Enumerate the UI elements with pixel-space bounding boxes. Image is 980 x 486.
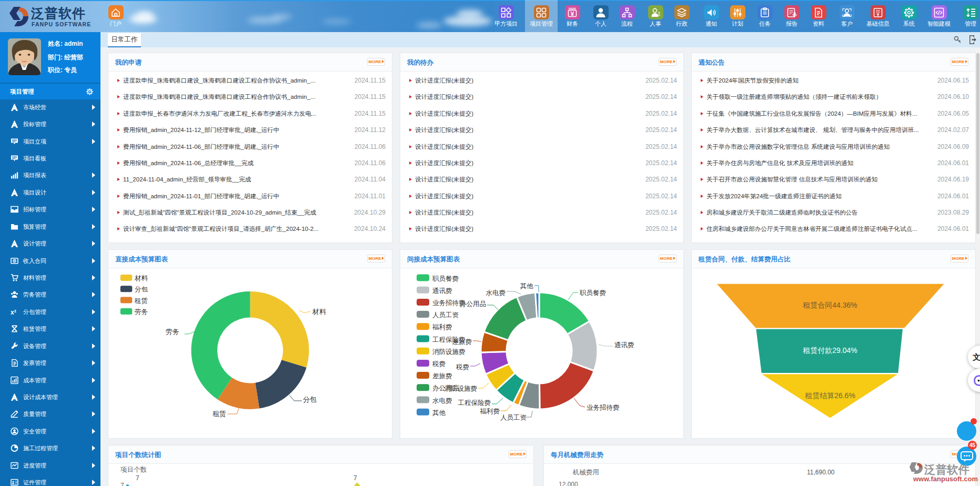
svg-text:租赁: 租赁 [134,297,148,305]
svg-text:业务招待费: 业务招待费 [587,404,620,411]
svg-text:分包: 分包 [303,396,317,403]
svg-text:工程保险费: 工程保险费 [458,399,491,407]
svg-text:分包: 分包 [135,286,148,293]
svg-text:水电费: 水电费 [486,289,506,297]
svg-text:职员餐费: 职员餐费 [432,275,459,282]
svg-text:业务招待费: 业务招待费 [432,299,466,307]
svg-text:租赁付款29.04%: 租赁付款29.04% [803,346,857,355]
svg-text:通讯费: 通讯费 [432,287,452,295]
svg-text:泛普软件: 泛普软件 [924,463,970,476]
svg-text:水电费: 水电费 [432,397,452,404]
svg-text:消防设施费: 消防设施费 [432,348,466,356]
svg-text:租赁结算26.6%: 租赁结算26.6% [805,391,855,400]
svg-text:工程保险费: 工程保险费 [432,336,466,343]
svg-text:租赁: 租赁 [213,410,226,418]
svg-text:劳务: 劳务 [135,308,148,316]
svg-text:材料: 材料 [312,308,326,316]
svg-text:办公用品: 办公用品 [432,384,459,392]
svg-text:x²: x² [11,308,16,316]
svg-text:通讯费: 通讯费 [614,341,634,349]
svg-text:材料: 材料 [134,275,148,282]
svg-text:职员餐费: 职员餐费 [579,289,606,297]
svg-text:人员工资: 人员工资 [432,311,459,319]
svg-text:劳务: 劳务 [166,328,179,336]
svg-text:租赁合同44.36%: 租赁合同44.36% [803,301,857,309]
svg-text:税费: 税费 [456,363,469,371]
svg-text:其他: 其他 [432,409,446,417]
svg-text:差旅费: 差旅费 [432,372,452,380]
svg-text:福利费: 福利费 [432,323,452,331]
svg-text:其他: 其他 [520,282,534,290]
svg-text:福利费: 福利费 [480,408,500,415]
svg-text:人员工资: 人员工资 [500,414,527,421]
svg-text:税费: 税费 [432,360,446,368]
